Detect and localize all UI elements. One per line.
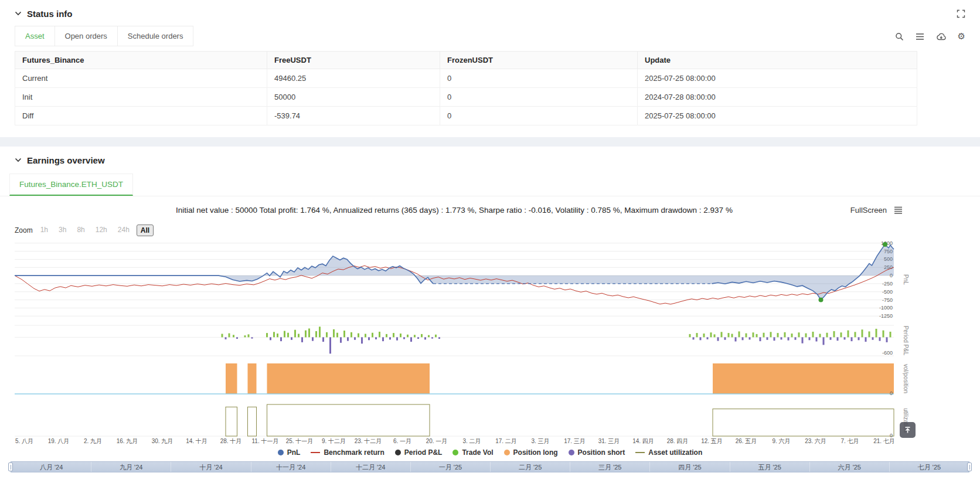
legend-item-position-short[interactable]: Position short [569,448,625,457]
status-tabs: Asset Open orders Schedule orders ⚙ [0,26,980,46]
diff-update: 2025-07-25 08:00:00 [638,107,917,125]
legend-item-asset-utilization[interactable]: Asset utilization [635,448,702,457]
svg-text:9. 十二月: 9. 十二月 [322,438,346,444]
datazoom-right-handle[interactable] [967,462,972,471]
svg-text:28. 十月: 28. 十月 [220,438,242,444]
legend-item-pnl[interactable]: PnL [278,448,301,457]
legend-label: Asset utilization [648,448,702,457]
init-update: 2024-07-28 08:00:00 [638,88,917,107]
status-info-section: Status info Asset Open orders Schedule o… [0,5,980,125]
tab-asset[interactable]: Asset [15,26,55,46]
zoom-option-24h[interactable]: 24h [114,225,133,236]
svg-text:16. 九月: 16. 九月 [117,438,138,444]
current-free: 49460.25 [267,69,440,88]
search-icon[interactable] [895,32,904,41]
circle-marker-icon [395,450,401,455]
col-futures-binance: Futures_Binance [15,52,267,69]
svg-text:20. 一月: 20. 一月 [426,438,448,444]
svg-text:12. 五月: 12. 五月 [701,438,723,444]
init-frozen: 0 [440,88,638,107]
svg-text:14. 十月: 14. 十月 [186,438,207,444]
tab-schedule-orders[interactable]: Schedule orders [118,26,194,46]
svg-text:-750: -750 [882,297,893,303]
table-row-init: Init 50000 0 2024-07-28 08:00:00 [15,88,917,107]
list-icon[interactable] [916,33,924,40]
col-freeusdt: FreeUSDT [267,52,440,69]
current-update: 2025-07-25 08:00:00 [638,69,917,88]
zoom-label: Zoom [15,226,33,234]
circle-marker-icon [504,450,510,455]
cloud-download-icon[interactable] [936,32,946,40]
back-to-top-button[interactable] [900,422,916,438]
legend-label: Position long [513,448,558,457]
x-axis-labels: 5. 八月19. 八月2. 九月16. 九月30. 九月14. 十月28. 十月… [15,438,895,444]
arrow-up-icon [904,426,911,434]
svg-text:19. 八月: 19. 八月 [48,438,70,444]
legend-label: Period P&L [404,448,443,457]
earnings-tabs: Futures_Binance.ETH_USDT [0,174,980,196]
svg-text:17. 二月: 17. 二月 [495,438,517,444]
svg-text:6. 一月: 6. 一月 [393,438,411,444]
row-label-init: Init [15,88,267,107]
svg-text:3. 三月: 3. 三月 [531,438,549,444]
svg-text:5. 八月: 5. 八月 [15,438,33,444]
datazoom-month-label: 十一月 '24 [251,462,331,472]
circle-marker-icon [452,450,458,455]
axis-name-0: PnL [903,274,909,285]
svg-text:3. 二月: 3. 二月 [462,438,481,444]
zoom-option-8h[interactable]: 8h [73,225,88,236]
zoom-option-3h[interactable]: 3h [55,225,70,236]
collapse-chevron-icon[interactable] [15,158,22,162]
svg-text:17. 三月: 17. 三月 [564,438,586,444]
datazoom-month-label: 二月 '25 [490,462,570,472]
axis-name-1: Period P&L [903,326,909,356]
legend-label: Trade Vol [462,448,493,457]
legend-item-benchmark-return[interactable]: Benchmark return [311,448,384,457]
gear-icon[interactable]: ⚙ [958,31,965,42]
svg-text:-1000: -1000 [879,305,893,311]
zoom-option-12h[interactable]: 12h [92,225,111,236]
tab-futures-binance-eth-usdt[interactable]: Futures_Binance.ETH_USDT [9,174,133,196]
svg-text:2. 九月: 2. 九月 [84,438,102,444]
datazoom-month-label: 九月 '24 [91,462,171,472]
svg-text:-600: -600 [882,350,893,356]
diff-free: -539.74 [267,107,440,125]
earnings-chart[interactable]: 10007505002500-250-500-750-1000-1250-600… [0,239,980,447]
chart-legend: PnLBenchmark returnPeriod P&LTrade VolPo… [0,448,980,457]
svg-text:7. 七月: 7. 七月 [841,438,859,444]
svg-text:14. 四月: 14. 四月 [632,438,654,444]
zoom-option-1h[interactable]: 1h [37,225,52,236]
svg-text:26. 五月: 26. 五月 [736,438,757,444]
fullscreen-button[interactable]: FullScreen [850,206,887,215]
legend-item-period-p-l[interactable]: Period P&L [395,448,443,457]
earnings-overview-title: Earnings overview [27,155,105,165]
zoom-controls: Zoom 1h3h8h12h24hAll [15,225,980,236]
utilization-blocks [226,404,894,436]
pnl-extreme-marker [883,242,887,247]
gridlines: 10007505002500-250-500-750-1000-1250 [15,240,894,436]
col-frozenusdt: FrozenUSDT [440,52,638,69]
svg-text:-500: -500 [882,289,893,295]
chart-menu-icon[interactable] [894,206,903,214]
collapse-chevron-icon[interactable] [15,11,22,16]
pnl-extreme-marker [819,298,824,302]
svg-text:11. 十一月: 11. 十一月 [252,438,279,444]
datazoom-slider[interactable]: 八月 '24九月 '24十月 '24十一月 '24十二月 '24一月 '25二月… [11,461,969,472]
legend-item-position-long[interactable]: Position long [504,448,558,457]
asset-table: Futures_Binance FreeUSDT FrozenUSDT Upda… [15,51,917,125]
zoom-option-all[interactable]: All [137,225,154,236]
svg-text:30. 九月: 30. 九月 [152,438,173,444]
svg-text:28. 四月: 28. 四月 [667,438,689,444]
svg-text:25. 十一月: 25. 十一月 [286,438,314,444]
expand-icon[interactable] [957,9,965,18]
datazoom-month-label: 五月 '25 [730,462,809,472]
circle-marker-icon [278,450,284,455]
row-label-current[interactable]: Current [15,69,267,88]
svg-text:-1250: -1250 [879,313,893,319]
svg-text:-250: -250 [882,281,893,287]
axis-name-2: vol/position [903,364,909,393]
legend-item-trade-vol[interactable]: Trade Vol [452,448,493,457]
datazoom-left-handle[interactable] [8,462,13,471]
tab-open-orders[interactable]: Open orders [55,26,118,46]
legend-label: Position short [578,448,625,457]
